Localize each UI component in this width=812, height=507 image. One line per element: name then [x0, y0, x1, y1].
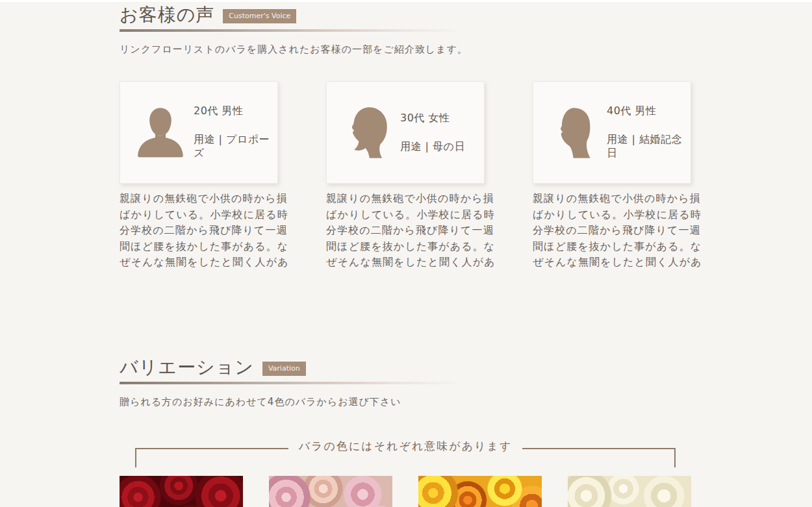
variation-description: 贈られる方のお好みにあわせて4色のバラからお選び下さい	[120, 395, 691, 409]
testimonial-card: 20代 男性 用途 | プロポーズ	[120, 81, 278, 184]
male-profile-silhouette-icon	[546, 105, 601, 160]
card-info: 20代 男性 用途 | プロポーズ	[194, 105, 277, 160]
testimonial-card: 30代 女性 用途 | 母の日	[326, 81, 485, 184]
testimonial-column: 40代 男性 用途 | 結婚記念日 親譲りの無鉄砲で小供の時から損ばかりしている…	[533, 81, 709, 271]
testimonial-text: 親譲りの無鉄砲で小供の時から損ばかりしている。小学校に居る時分学校の二階から飛び…	[533, 191, 709, 271]
card-profile-label: 40代 男性	[607, 105, 691, 118]
card-profile-label: 20代 男性	[194, 105, 277, 118]
red-roses-photo	[120, 476, 243, 507]
bracket-left-arm	[135, 448, 288, 467]
voice-description: リンクフローリストのバラを購入されたお客様の一部をご紹介致します。	[120, 42, 691, 56]
testimonial-text: 親譲りの無鉄砲で小供の時から損ばかりしている。小学校に居る時分学校の二階から飛び…	[120, 191, 296, 271]
testimonial-columns: 20代 男性 用途 | プロポーズ 親譲りの無鉄砲で小供の時から損ばかりしている…	[120, 81, 691, 271]
variation-section-title: バリエーション	[120, 357, 254, 378]
rose-meaning-bracket: バラの色にはそれぞれ意味があります	[135, 448, 676, 467]
card-purpose-label: 用途 | 母の日	[400, 140, 465, 154]
orange-yellow-roses-photo	[418, 476, 542, 507]
rose-photo-row	[120, 476, 691, 507]
male-front-silhouette-icon	[133, 105, 188, 160]
voice-section-title: お客様の声	[120, 5, 214, 25]
variation-underline	[120, 382, 464, 384]
testimonial-card: 40代 男性 用途 | 結婚記念日	[533, 81, 691, 184]
bracket-right-arm	[522, 448, 676, 467]
section-variation: バリエーション Variation 贈られる方のお好みにあわせて4色のバラからお…	[120, 357, 691, 507]
page-content: お客様の声 Customer's Voice リンクフローリストのバラを購入され…	[120, 0, 691, 507]
card-purpose-label: 用途 | 結婚記念日	[607, 133, 691, 160]
testimonial-column: 30代 女性 用途 | 母の日 親譲りの無鉄砲で小供の時から損ばかりしている。小…	[326, 81, 503, 271]
card-profile-label: 30代 女性	[400, 112, 465, 125]
voice-underline	[120, 29, 464, 32]
voice-section-badge: Customer's Voice	[223, 9, 296, 23]
testimonial-text: 親譲りの無鉄砲で小供の時から損ばかりしている。小学校に居る時分学校の二階から飛び…	[326, 191, 503, 271]
section-customer-voice: お客様の声 Customer's Voice リンクフローリストのバラを購入され…	[120, 5, 691, 271]
card-purpose-label: 用途 | プロポーズ	[194, 133, 277, 160]
variation-section-header: バリエーション Variation	[120, 357, 691, 378]
card-info: 40代 男性 用途 | 結婚記念日	[607, 105, 691, 160]
card-info: 30代 女性 用途 | 母の日	[400, 112, 465, 154]
voice-section-header: お客様の声 Customer's Voice	[120, 5, 691, 25]
white-roses-photo	[568, 476, 691, 507]
variation-section-badge: Variation	[262, 362, 306, 376]
testimonial-column: 20代 男性 用途 | プロポーズ 親譲りの無鉄砲で小供の時から損ばかりしている…	[120, 81, 296, 271]
female-profile-silhouette-icon	[340, 105, 394, 160]
pink-roses-photo	[269, 476, 392, 507]
bracket-label: バラの色にはそれぞれ意味があります	[288, 438, 523, 458]
